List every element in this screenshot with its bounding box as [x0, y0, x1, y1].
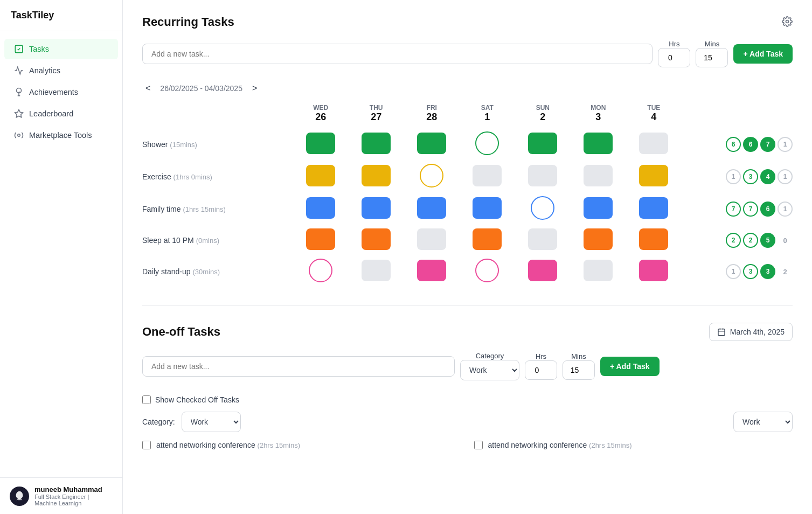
leaderboard-icon: [14, 109, 24, 119]
day-cell[interactable]: [349, 255, 404, 288]
day-cell[interactable]: [571, 225, 626, 255]
day-cell[interactable]: [349, 193, 404, 225]
day-cell[interactable]: [626, 128, 682, 161]
table-row: Exercise (1hrs 0mins)1341: [142, 161, 793, 193]
day-cell[interactable]: [626, 255, 682, 288]
oneoff-add-button[interactable]: + Add Task: [600, 357, 660, 376]
filled-cell: [473, 228, 502, 250]
calendar-prev-button[interactable]: <: [142, 82, 154, 94]
day-cell[interactable]: [460, 161, 515, 193]
date-picker-button[interactable]: March 4th, 2025: [709, 323, 793, 341]
day-cell[interactable]: [571, 193, 626, 225]
sidebar-item-marketplace[interactable]: Marketplace Tools: [4, 125, 118, 145]
show-checked-checkbox[interactable]: [142, 395, 151, 404]
sidebar-item-tasks[interactable]: Tasks: [4, 39, 118, 59]
filter-category-select-2[interactable]: WorkPersonalHealthAll: [733, 412, 793, 432]
oneoff-title: One-off Tasks: [142, 325, 220, 339]
day-cell[interactable]: [404, 193, 460, 225]
streak-circle: 7: [726, 202, 741, 217]
filled-cell: [306, 165, 335, 186]
streak-circle: 2: [726, 233, 741, 248]
streak-circle: 3: [743, 264, 758, 279]
circle-cell: [531, 196, 554, 220]
recurring-add-button[interactable]: + Add Task: [733, 44, 793, 64]
filled-cell: [584, 228, 613, 250]
sidebar-item-leaderboard[interactable]: Leaderboard: [4, 103, 118, 124]
table-row: Family time (1hrs 15mins)7761: [142, 193, 793, 225]
sidebar-item-achievements[interactable]: Achievements: [4, 82, 118, 102]
recurring-task-input[interactable]: [142, 44, 653, 64]
day-cell[interactable]: [293, 161, 349, 193]
main-content: Recurring Tasks Hrs Mins + Add Task < 26…: [123, 0, 812, 514]
day-cell[interactable]: [626, 161, 682, 193]
day-cell[interactable]: [515, 193, 571, 225]
day-cell[interactable]: [293, 255, 349, 288]
task-checkbox-2[interactable]: [474, 441, 483, 449]
day-cell[interactable]: [515, 161, 571, 193]
sidebar-item-analytics[interactable]: Analytics: [4, 60, 118, 81]
oneoff-mins-label: Mins: [563, 352, 595, 360]
oneoff-hrs-label: Hrs: [525, 352, 557, 360]
filled-cell: [417, 260, 446, 281]
empty-cell: [584, 165, 613, 186]
oneoff-mins-input[interactable]: [563, 360, 595, 380]
filled-cell: [528, 133, 557, 154]
day-header-sun: SUN2: [515, 104, 571, 128]
recurring-hrs-input[interactable]: [658, 48, 690, 67]
streak-cell: 6671: [682, 128, 793, 161]
day-cell[interactable]: [515, 255, 571, 288]
day-cell[interactable]: [293, 128, 349, 161]
recurring-mins-input[interactable]: [696, 48, 728, 67]
calendar-date-range: 26/02/2025 - 04/03/2025: [160, 84, 242, 93]
day-cell[interactable]: [460, 193, 515, 225]
day-cell[interactable]: [515, 225, 571, 255]
day-cell[interactable]: [404, 255, 460, 288]
task-item: attend networking conference (2hrs 15min…: [142, 441, 461, 449]
day-cell[interactable]: [626, 193, 682, 225]
filled-cell: [639, 228, 668, 250]
day-cell[interactable]: [626, 225, 682, 255]
oneoff-category-select[interactable]: WorkPersonalHealthAll: [460, 360, 519, 380]
filled-cell: [362, 228, 391, 250]
circle-cell: [420, 164, 443, 187]
show-checked-row: Show Checked Off Tasks: [142, 395, 793, 404]
recurring-settings-button[interactable]: [782, 16, 793, 29]
streak-circle: 1: [778, 169, 793, 184]
day-cell[interactable]: [404, 225, 460, 255]
hrs-container: Hrs: [658, 40, 690, 67]
oneoff-hrs-input[interactable]: [525, 360, 557, 380]
day-cell[interactable]: [460, 128, 515, 161]
svg-line-5: [17, 498, 18, 500]
calendar-next-button[interactable]: >: [249, 82, 260, 94]
day-cell[interactable]: [349, 225, 404, 255]
streak-circle: 1: [726, 264, 741, 279]
day-cell[interactable]: [515, 128, 571, 161]
day-cell[interactable]: [571, 255, 626, 288]
svg-point-7: [786, 20, 789, 23]
oneoff-mins-container: Mins: [563, 352, 595, 380]
oneoff-task-input[interactable]: [142, 356, 455, 377]
task-checkbox-1[interactable]: [142, 441, 151, 449]
day-cell[interactable]: [404, 161, 460, 193]
day-header-sat: SAT1: [460, 104, 515, 128]
day-cell[interactable]: [293, 225, 349, 255]
day-cell[interactable]: [349, 128, 404, 161]
day-cell[interactable]: [571, 161, 626, 193]
day-cell[interactable]: [404, 128, 460, 161]
day-cell[interactable]: [460, 225, 515, 255]
task-col-header: [142, 104, 293, 128]
day-cell[interactable]: [293, 193, 349, 225]
filter-category-select-1[interactable]: WorkPersonalHealthAll: [182, 412, 241, 432]
day-cell[interactable]: [460, 255, 515, 288]
day-cell[interactable]: [349, 161, 404, 193]
svg-point-3: [16, 491, 23, 499]
day-cell[interactable]: [571, 128, 626, 161]
empty-cell: [362, 260, 391, 281]
recurring-header: Recurring Tasks: [142, 15, 793, 29]
task-label: Daily stand-up (30mins): [142, 255, 293, 288]
recurring-table: WED26THU27FRI28SAT1SUN2MON3TUE4 Shower (…: [142, 104, 793, 288]
date-picker-label: March 4th, 2025: [730, 328, 785, 336]
task-label: Shower (15mins): [142, 128, 293, 161]
marketplace-icon: [14, 130, 24, 140]
user-name: muneeb Muhammad: [34, 485, 113, 494]
